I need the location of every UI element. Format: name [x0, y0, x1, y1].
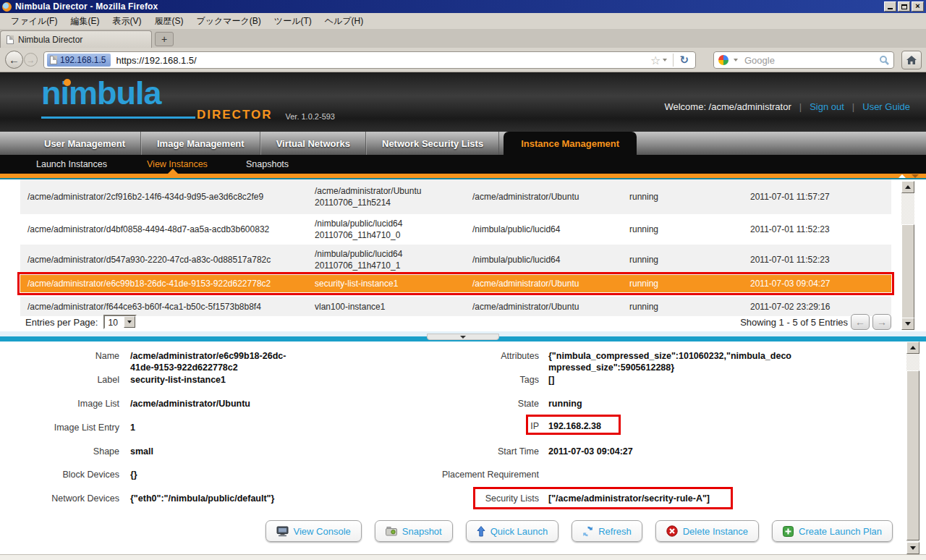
refresh-button[interactable]: Refresh	[572, 520, 642, 542]
forward-button[interactable]: →	[24, 53, 38, 67]
chevron-down-icon[interactable]	[124, 316, 135, 328]
menu-bar: ファイル(F) 編集(E) 表示(V) 履歴(S) ブックマーク(B) ツール(…	[0, 13, 926, 29]
monitor-icon	[276, 526, 289, 537]
reload-icon[interactable]	[676, 54, 692, 67]
next-page-button[interactable]: →	[872, 314, 891, 330]
menu-view[interactable]: 表示(V)	[106, 14, 148, 29]
search-engine-dropdown-icon[interactable]	[734, 59, 738, 61]
bookmark-dropdown-icon[interactable]	[663, 59, 667, 61]
quick-launch-button[interactable]: Quick Launch	[466, 520, 559, 542]
address-bar[interactable]: 192.168.1.5 https://192.168.1.5/	[43, 51, 696, 69]
pagination-bar: Entries per Page: 10 Showing 1 - 5 of 5 …	[0, 313, 926, 331]
logo-underline	[41, 116, 195, 119]
instance-image-list: /nimbula/public/lucid64	[472, 224, 621, 235]
attributes-value: {"nimbula_compressed_size":101060232,"ni…	[548, 350, 798, 373]
menu-edit[interactable]: 編集(E)	[64, 14, 106, 29]
divider: |	[852, 101, 854, 112]
scroll-down-icon[interactable]	[912, 174, 919, 178]
instance-start-time: 2011-07-01 11:52:23	[750, 254, 888, 266]
sign-out-link[interactable]: Sign out	[810, 101, 844, 112]
create-launch-plan-button[interactable]: Create Launch Plan	[772, 520, 893, 542]
tab-virtual-networks[interactable]: Virtual Networks	[260, 132, 366, 155]
delete-instance-button[interactable]: Delete Instance	[655, 520, 759, 542]
entries-per-page-select[interactable]: 10	[103, 315, 137, 329]
instance-start-time: 2011-07-03 09:04:27	[750, 278, 888, 289]
site-identity-chip[interactable]: 192.168.1.5	[47, 54, 111, 67]
camera-icon	[386, 527, 397, 536]
site-host: 192.168.1.5	[60, 55, 106, 65]
browser-tab[interactable]: Nimbula Director	[0, 30, 152, 48]
name-value: /acme/administrator/e6c99b18-26dc-41de-9…	[130, 350, 295, 373]
instance-image-list: /acme/administrator/Ubuntu	[472, 300, 621, 312]
snapshot-button[interactable]: Snapshot	[375, 520, 453, 542]
details-scrollbar[interactable]	[906, 341, 919, 554]
subtab-launch-instances[interactable]: Launch Instances	[36, 155, 107, 174]
instance-label: /nimbula/public/lucid64 20110706_11h4710…	[315, 218, 452, 241]
main-nav: User Management Image Management Virtual…	[0, 132, 926, 155]
close-button[interactable]: ×	[912, 1, 924, 12]
scrollbar-thumb[interactable]	[901, 224, 914, 318]
network-devices-value: {"eth0":"/nimbula/public/default"}	[130, 493, 295, 504]
scroll-down-button[interactable]	[901, 318, 914, 330]
scroll-up-icon[interactable]	[899, 174, 906, 178]
up-arrow-icon	[477, 526, 485, 537]
scroll-up-button[interactable]	[901, 181, 914, 193]
table-row[interactable]: /acme/administrator/d547a930-2220-47cd-a…	[20, 245, 891, 275]
instance-start-time: 2011-07-02 23:29:16	[750, 300, 888, 312]
menu-history[interactable]: 履歴(S)	[148, 14, 190, 29]
minimize-button[interactable]	[884, 1, 896, 12]
home-icon	[906, 55, 917, 65]
menu-file[interactable]: ファイル(F)	[4, 14, 64, 29]
tab-network-security-lists[interactable]: Network Security Lists	[366, 132, 499, 155]
window-titlebar: Nimbula Director - Mozilla Firefox ×	[0, 0, 926, 13]
instance-label: /nimbula/public/lucid64 20110706_11h4710…	[315, 248, 452, 271]
tab-instance-management[interactable]: Instance Management	[504, 132, 637, 155]
table-row[interactable]: /acme/administrator/2cf916b2-14f6-434d-9…	[20, 179, 891, 214]
instance-image-list: /nimbula/public/lucid64	[472, 254, 621, 266]
splitter-collapse-handle[interactable]	[427, 334, 499, 340]
search-box[interactable]	[713, 51, 894, 69]
user-guide-link[interactable]: User Guide	[862, 101, 910, 112]
table-scrollbar[interactable]	[901, 181, 914, 330]
showing-entries-label: Showing 1 - 5 of 5 Entries	[740, 317, 848, 328]
label-value: security-list-instance1	[130, 374, 295, 386]
search-input[interactable]	[744, 55, 876, 66]
tags-value: []	[548, 374, 798, 386]
view-console-button[interactable]: View Console	[266, 520, 362, 542]
button-label: Create Launch Plan	[799, 526, 882, 537]
menu-help[interactable]: ヘルプ(H)	[318, 14, 370, 29]
action-buttons: View Console Snapshot Quick Launch Refre…	[266, 520, 893, 542]
tab-image-management[interactable]: Image Management	[141, 132, 260, 155]
table-row[interactable]: /acme/administrator/d4bf0858-4494-48d7-a…	[20, 214, 891, 245]
menu-tools[interactable]: ツール(T)	[268, 14, 318, 29]
instance-state: running	[629, 254, 731, 266]
navigation-toolbar: ← → 192.168.1.5 https://192.168.1.5/	[0, 48, 926, 72]
scroll-down-button[interactable]	[906, 542, 919, 554]
table-row-selected[interactable]: /acme/administrator/e6c99b18-26dc-41de-9…	[20, 275, 891, 292]
tab-user-management[interactable]: User Management	[29, 132, 141, 155]
scrollbar-thumb[interactable]	[906, 370, 919, 540]
subtab-snapshots[interactable]: Snapshots	[246, 155, 289, 174]
bookmark-star-icon[interactable]	[650, 54, 660, 67]
prev-page-button[interactable]: ←	[851, 314, 870, 330]
version-label: Ver. 1.0.2-593	[285, 112, 335, 121]
image-list-value: /acme/administrator/Ubuntu	[130, 398, 295, 410]
magnifier-icon[interactable]	[879, 55, 889, 65]
instance-state: running	[629, 224, 731, 235]
plus-icon	[783, 526, 794, 537]
menu-bookmarks[interactable]: ブックマーク(B)	[190, 14, 267, 29]
back-button[interactable]: ←	[5, 51, 23, 69]
logo-director: DIRECTOR	[197, 108, 272, 122]
restore-icon	[901, 4, 907, 9]
instance-name: /acme/administrator/d4bf0858-4494-48d7-a…	[27, 224, 306, 235]
instances-table: /acme/administrator/2cf916b2-14f6-434d-9…	[0, 179, 926, 331]
scroll-up-button[interactable]	[906, 341, 919, 354]
active-subtab-pointer-icon	[168, 169, 178, 174]
placement-requirement-label: Placement Requirement	[405, 469, 539, 480]
restore-button[interactable]	[898, 1, 910, 12]
status-bar	[0, 554, 926, 560]
image-list-entry-value: 1	[130, 422, 295, 433]
instance-state: running	[629, 278, 731, 289]
home-button[interactable]	[901, 51, 922, 69]
new-tab-button[interactable]: +	[155, 32, 174, 46]
